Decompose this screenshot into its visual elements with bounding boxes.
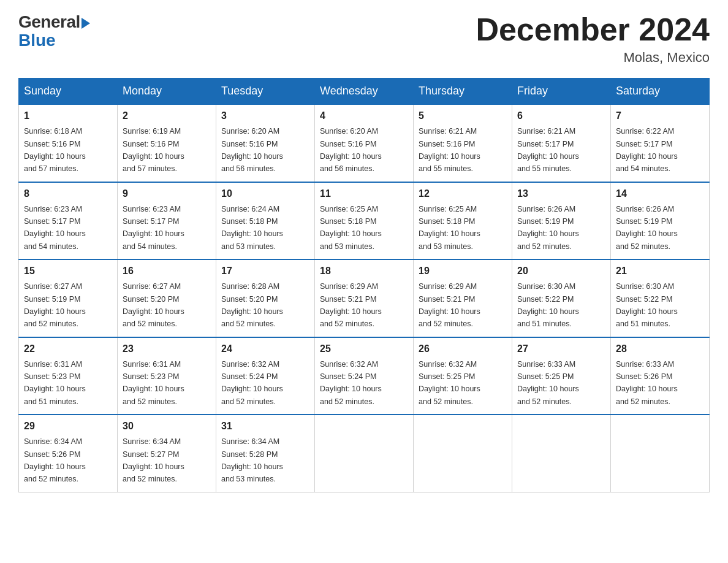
day-info: Sunrise: 6:23 AMSunset: 5:17 PMDaylight:… — [123, 205, 184, 251]
calendar-day-header: Friday — [512, 79, 611, 105]
day-info: Sunrise: 6:34 AMSunset: 5:27 PMDaylight:… — [123, 437, 184, 483]
calendar-cell: 4 Sunrise: 6:20 AMSunset: 5:16 PMDayligh… — [315, 104, 414, 182]
day-number: 1 — [24, 109, 112, 123]
day-number: 23 — [123, 342, 211, 356]
day-number: 28 — [616, 342, 704, 356]
day-info: Sunrise: 6:30 AMSunset: 5:22 PMDaylight:… — [616, 282, 678, 328]
calendar-cell — [315, 415, 414, 492]
title-area: December 2024 Molas, Mexico — [476, 12, 710, 66]
day-number: 18 — [320, 264, 408, 278]
calendar-cell: 14 Sunrise: 6:26 AMSunset: 5:19 PMDaylig… — [611, 182, 710, 260]
calendar-week-row: 22 Sunrise: 6:31 AMSunset: 5:23 PMDaylig… — [19, 337, 710, 415]
day-number: 27 — [517, 342, 605, 356]
calendar-table: SundayMondayTuesdayWednesdayThursdayFrid… — [18, 78, 710, 492]
day-number: 6 — [517, 109, 605, 123]
day-info: Sunrise: 6:34 AMSunset: 5:28 PMDaylight:… — [221, 437, 283, 483]
day-number: 9 — [123, 186, 211, 201]
calendar-cell: 3 Sunrise: 6:20 AMSunset: 5:16 PMDayligh… — [216, 104, 315, 182]
day-info: Sunrise: 6:32 AMSunset: 5:24 PMDaylight:… — [320, 360, 382, 406]
day-info: Sunrise: 6:21 AMSunset: 5:17 PMDaylight:… — [517, 127, 579, 173]
calendar-week-row: 29 Sunrise: 6:34 AMSunset: 5:26 PMDaylig… — [19, 415, 710, 492]
day-info: Sunrise: 6:28 AMSunset: 5:20 PMDaylight:… — [221, 282, 283, 328]
day-number: 5 — [419, 109, 507, 123]
calendar-cell: 10 Sunrise: 6:24 AMSunset: 5:18 PMDaylig… — [216, 182, 315, 260]
day-number: 24 — [221, 342, 309, 356]
calendar-cell: 29 Sunrise: 6:34 AMSunset: 5:26 PMDaylig… — [19, 415, 118, 492]
calendar-day-header: Saturday — [611, 79, 710, 105]
day-info: Sunrise: 6:25 AMSunset: 5:18 PMDaylight:… — [320, 205, 382, 251]
calendar-cell: 26 Sunrise: 6:32 AMSunset: 5:25 PMDaylig… — [414, 337, 512, 415]
day-number: 17 — [221, 264, 309, 278]
day-number: 2 — [123, 109, 211, 123]
day-number: 10 — [221, 186, 309, 201]
day-number: 19 — [419, 264, 507, 278]
day-info: Sunrise: 6:31 AMSunset: 5:23 PMDaylight:… — [24, 360, 86, 406]
calendar-cell: 12 Sunrise: 6:25 AMSunset: 5:18 PMDaylig… — [414, 182, 512, 260]
day-info: Sunrise: 6:30 AMSunset: 5:22 PMDaylight:… — [517, 282, 579, 328]
day-info: Sunrise: 6:33 AMSunset: 5:26 PMDaylight:… — [616, 360, 678, 406]
day-info: Sunrise: 6:25 AMSunset: 5:18 PMDaylight:… — [419, 205, 480, 251]
day-number: 13 — [517, 186, 605, 201]
day-number: 30 — [123, 419, 211, 434]
calendar-cell: 24 Sunrise: 6:32 AMSunset: 5:24 PMDaylig… — [216, 337, 315, 415]
calendar-cell: 5 Sunrise: 6:21 AMSunset: 5:16 PMDayligh… — [414, 104, 512, 182]
day-info: Sunrise: 6:31 AMSunset: 5:23 PMDaylight:… — [123, 360, 184, 406]
day-info: Sunrise: 6:20 AMSunset: 5:16 PMDaylight:… — [221, 127, 283, 173]
calendar-cell — [512, 415, 611, 492]
day-info: Sunrise: 6:34 AMSunset: 5:26 PMDaylight:… — [24, 437, 86, 483]
day-info: Sunrise: 6:26 AMSunset: 5:19 PMDaylight:… — [517, 205, 579, 251]
calendar-cell: 9 Sunrise: 6:23 AMSunset: 5:17 PMDayligh… — [118, 182, 216, 260]
calendar-cell: 18 Sunrise: 6:29 AMSunset: 5:21 PMDaylig… — [315, 259, 414, 337]
day-number: 29 — [24, 419, 112, 434]
calendar-day-header: Sunday — [19, 79, 118, 105]
day-info: Sunrise: 6:27 AMSunset: 5:20 PMDaylight:… — [123, 282, 184, 328]
day-info: Sunrise: 6:20 AMSunset: 5:16 PMDaylight:… — [320, 127, 382, 173]
calendar-cell — [611, 415, 710, 492]
day-number: 11 — [320, 186, 408, 201]
day-info: Sunrise: 6:24 AMSunset: 5:18 PMDaylight:… — [221, 205, 283, 251]
day-number: 15 — [24, 264, 112, 278]
calendar-day-header: Thursday — [414, 79, 512, 105]
day-number: 31 — [221, 419, 309, 434]
day-number: 3 — [221, 109, 309, 123]
calendar-header-row: SundayMondayTuesdayWednesdayThursdayFrid… — [19, 79, 710, 105]
day-number: 26 — [419, 342, 507, 356]
day-number: 22 — [24, 342, 112, 356]
calendar-day-header: Tuesday — [216, 79, 315, 105]
calendar-cell: 6 Sunrise: 6:21 AMSunset: 5:17 PMDayligh… — [512, 104, 611, 182]
day-info: Sunrise: 6:27 AMSunset: 5:19 PMDaylight:… — [24, 282, 86, 328]
calendar-cell: 11 Sunrise: 6:25 AMSunset: 5:18 PMDaylig… — [315, 182, 414, 260]
calendar-cell: 19 Sunrise: 6:29 AMSunset: 5:21 PMDaylig… — [414, 259, 512, 337]
calendar-cell: 23 Sunrise: 6:31 AMSunset: 5:23 PMDaylig… — [118, 337, 216, 415]
calendar-cell: 16 Sunrise: 6:27 AMSunset: 5:20 PMDaylig… — [118, 259, 216, 337]
calendar-cell: 7 Sunrise: 6:22 AMSunset: 5:17 PMDayligh… — [611, 104, 710, 182]
calendar-cell: 22 Sunrise: 6:31 AMSunset: 5:23 PMDaylig… — [19, 337, 118, 415]
calendar-day-header: Wednesday — [315, 79, 414, 105]
calendar-cell: 20 Sunrise: 6:30 AMSunset: 5:22 PMDaylig… — [512, 259, 611, 337]
calendar-cell: 2 Sunrise: 6:19 AMSunset: 5:16 PMDayligh… — [118, 104, 216, 182]
calendar-week-row: 1 Sunrise: 6:18 AMSunset: 5:16 PMDayligh… — [19, 104, 710, 182]
day-number: 25 — [320, 342, 408, 356]
day-info: Sunrise: 6:18 AMSunset: 5:16 PMDaylight:… — [24, 127, 86, 173]
day-info: Sunrise: 6:29 AMSunset: 5:21 PMDaylight:… — [419, 282, 480, 328]
day-number: 16 — [123, 264, 211, 278]
day-number: 4 — [320, 109, 408, 123]
calendar-cell — [414, 415, 512, 492]
day-number: 7 — [616, 109, 704, 123]
page-header: General Blue December 2024 Molas, Mexico — [18, 12, 710, 66]
calendar-cell: 21 Sunrise: 6:30 AMSunset: 5:22 PMDaylig… — [611, 259, 710, 337]
calendar-cell: 25 Sunrise: 6:32 AMSunset: 5:24 PMDaylig… — [315, 337, 414, 415]
day-number: 14 — [616, 186, 704, 201]
calendar-day-header: Monday — [118, 79, 216, 105]
calendar-cell: 15 Sunrise: 6:27 AMSunset: 5:19 PMDaylig… — [19, 259, 118, 337]
logo-general-text: General — [18, 12, 80, 32]
calendar-cell: 8 Sunrise: 6:23 AMSunset: 5:17 PMDayligh… — [19, 182, 118, 260]
calendar-cell: 30 Sunrise: 6:34 AMSunset: 5:27 PMDaylig… — [118, 415, 216, 492]
calendar-cell: 13 Sunrise: 6:26 AMSunset: 5:19 PMDaylig… — [512, 182, 611, 260]
day-info: Sunrise: 6:22 AMSunset: 5:17 PMDaylight:… — [616, 127, 678, 173]
calendar-week-row: 15 Sunrise: 6:27 AMSunset: 5:19 PMDaylig… — [19, 259, 710, 337]
month-title: December 2024 — [476, 12, 710, 47]
logo: General Blue — [18, 12, 90, 50]
logo-triangle-icon — [82, 18, 90, 29]
day-info: Sunrise: 6:21 AMSunset: 5:16 PMDaylight:… — [419, 127, 480, 173]
